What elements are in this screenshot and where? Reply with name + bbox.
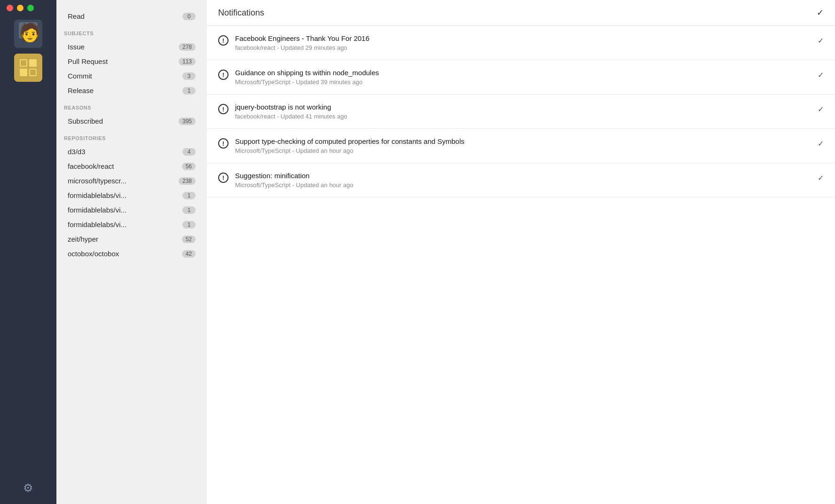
notif-sub-3: facebook/react - Updated 41 minutes ago: [235, 113, 810, 120]
notification-item-1[interactable]: Facebook Engineers - Thank You For 2016 …: [207, 26, 835, 60]
notif-title-4: Support type-checking of computed proper…: [235, 137, 810, 145]
sidebar-item-pull-request[interactable]: Pull Request 113: [64, 55, 199, 68]
sidebar-item-subscribed[interactable]: Subscribed 395: [64, 114, 199, 128]
formidable-3-label: formidablelabs/vi...: [68, 220, 126, 228]
notification-item-5[interactable]: Suggestion: minification Microsoft/TypeS…: [207, 163, 835, 197]
zeit-hyper-label: zeit/hyper: [68, 235, 98, 243]
sidebar-item-octobox[interactable]: octobox/octobox 42: [64, 247, 199, 260]
commit-label: Commit: [68, 72, 92, 80]
close-button[interactable]: [7, 5, 13, 11]
mark-read-icon-1[interactable]: ✓: [818, 36, 824, 45]
notif-sub-1: facebook/react - Updated 29 minutes ago: [235, 44, 810, 51]
notification-list: Facebook Engineers - Thank You For 2016 …: [207, 26, 835, 504]
sidebar-item-commit[interactable]: Commit 3: [64, 69, 199, 83]
main-title: Notifications: [218, 8, 264, 18]
sidebar-item-zeit-hyper[interactable]: zeit/hyper 52: [64, 232, 199, 246]
octobox-label: octobox/octobox: [68, 250, 119, 258]
grid-cell-3: [20, 69, 27, 76]
main-header: Notifications ✓: [207, 0, 835, 26]
microsoft-ts-label: microsoft/typescr...: [68, 177, 126, 185]
dock: ⚙: [0, 0, 56, 504]
subscribed-badge: 395: [179, 118, 196, 125]
alert-icon-1: [218, 35, 228, 46]
notification-item-4[interactable]: Support type-checking of computed proper…: [207, 129, 835, 163]
sidebar-item-release[interactable]: Release 1: [64, 84, 199, 97]
main-content: Notifications ✓ Facebook Engineers - Tha…: [207, 0, 835, 504]
sidebar-item-facebook-react[interactable]: facebook/react 56: [64, 159, 199, 173]
d3-label: d3/d3: [68, 148, 86, 156]
maximize-button[interactable]: [27, 5, 34, 11]
notif-content-2: Guidance on shipping ts within node_modu…: [235, 69, 810, 86]
sidebar-item-formidable-3[interactable]: formidablelabs/vi... 1: [64, 218, 199, 231]
sidebar-item-formidable-2[interactable]: formidablelabs/vi... 1: [64, 203, 199, 217]
alert-icon-5: [218, 173, 228, 183]
notif-sub-2: Microsoft/TypeScript - Updated 39 minute…: [235, 79, 810, 86]
app-icon-grid: [20, 59, 37, 76]
issue-label: Issue: [68, 43, 85, 51]
notif-content-3: jquery-bootstrap is not working facebook…: [235, 103, 810, 120]
notif-sub-4: Microsoft/TypeScript - Updated an hour a…: [235, 147, 810, 154]
octobox-badge: 42: [182, 250, 196, 258]
alert-icon-4: [218, 138, 228, 149]
mark-read-icon-3[interactable]: ✓: [818, 105, 824, 114]
sidebar-read-badge: 0: [182, 13, 196, 20]
pull-request-badge: 113: [179, 58, 196, 65]
notif-sub-5: Microsoft/TypeScript - Updated an hour a…: [235, 181, 810, 189]
notif-title-2: Guidance on shipping ts within node_modu…: [235, 69, 810, 77]
zeit-hyper-badge: 52: [182, 236, 196, 243]
d3-badge: 4: [182, 148, 196, 156]
mark-read-icon-2[interactable]: ✓: [818, 71, 824, 79]
microsoft-ts-badge: 238: [179, 177, 196, 185]
notif-content-5: Suggestion: minification Microsoft/TypeS…: [235, 172, 810, 189]
reasons-section-label: REASONS: [64, 105, 199, 110]
avatar[interactable]: [14, 20, 42, 48]
grid-cell-1: [20, 59, 27, 67]
subjects-section-label: SUBJECTS: [64, 31, 199, 36]
notif-content-4: Support type-checking of computed proper…: [235, 137, 810, 154]
sidebar-item-issue[interactable]: Issue 278: [64, 40, 199, 54]
notification-item-2[interactable]: Guidance on shipping ts within node_modu…: [207, 60, 835, 94]
sidebar-read-label: Read: [68, 12, 85, 20]
formidable-1-badge: 1: [182, 192, 196, 199]
grid-cell-2: [29, 59, 37, 67]
sidebar-item-read[interactable]: Read 0: [64, 9, 199, 23]
sidebar-item-formidable-1[interactable]: formidablelabs/vi... 1: [64, 189, 199, 202]
commit-badge: 3: [182, 72, 196, 80]
alert-icon-3: [218, 104, 228, 114]
facebook-react-badge: 56: [182, 163, 196, 170]
formidable-2-badge: 1: [182, 206, 196, 214]
release-badge: 1: [182, 87, 196, 94]
subscribed-label: Subscribed: [68, 117, 103, 125]
notif-title-5: Suggestion: minification: [235, 172, 810, 180]
notif-title-1: Facebook Engineers - Thank You For 2016: [235, 34, 810, 42]
formidable-1-label: formidablelabs/vi...: [68, 191, 126, 199]
app-icon[interactable]: [14, 54, 42, 82]
sidebar-item-microsoft-ts[interactable]: microsoft/typescr... 238: [64, 174, 199, 188]
sidebar: Read 0 SUBJECTS Issue 278 Pull Request 1…: [56, 0, 207, 504]
mark-read-icon-4[interactable]: ✓: [818, 139, 824, 148]
mark-read-icon-5[interactable]: ✓: [818, 173, 824, 182]
mark-all-read-icon[interactable]: ✓: [817, 8, 824, 18]
formidable-2-label: formidablelabs/vi...: [68, 206, 126, 214]
issue-badge: 278: [179, 43, 196, 51]
release-label: Release: [68, 87, 94, 94]
notif-content-1: Facebook Engineers - Thank You For 2016 …: [235, 34, 810, 51]
traffic-lights: [0, 5, 34, 11]
gear-icon[interactable]: ⚙: [23, 481, 33, 495]
minimize-button[interactable]: [17, 5, 24, 11]
sidebar-item-d3[interactable]: d3/d3 4: [64, 145, 199, 158]
user-avatar-image: [14, 20, 42, 48]
grid-cell-4: [29, 69, 37, 76]
alert-icon-2: [218, 70, 228, 80]
facebook-react-label: facebook/react: [68, 162, 114, 170]
formidable-3-badge: 1: [182, 221, 196, 228]
pull-request-label: Pull Request: [68, 57, 108, 65]
notif-title-3: jquery-bootstrap is not working: [235, 103, 810, 111]
notification-item-3[interactable]: jquery-bootstrap is not working facebook…: [207, 94, 835, 129]
repositories-section-label: REPOSITORIES: [64, 135, 199, 141]
